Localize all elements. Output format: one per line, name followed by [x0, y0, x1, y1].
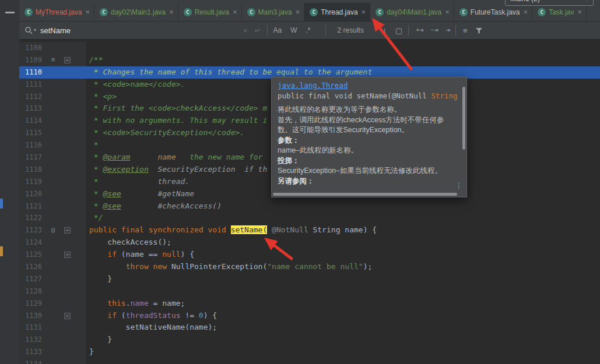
code-line-1124[interactable]: 1124 checkAccess();: [0, 236, 600, 249]
quick-doc-popup[interactable]: java.lang.Thread public final void setNa…: [271, 77, 467, 197]
line-number[interactable]: 1117: [19, 151, 46, 164]
run-config-selector[interactable]: Main1 (2) ▾: [505, 0, 594, 6]
fold-marker[interactable]: −: [60, 54, 86, 66]
tab-close-icon[interactable]: ×: [445, 8, 450, 16]
code-text[interactable]: */: [86, 212, 600, 224]
code-line-1134[interactable]: 1134: [0, 358, 600, 364]
code-text[interactable]: * @see #checkAccess(): [86, 200, 600, 213]
search-icon[interactable]: [24, 26, 33, 34]
line-number[interactable]: 1130: [19, 310, 46, 322]
tab-close-icon[interactable]: ×: [578, 8, 583, 16]
code-text[interactable]: checkAccess();: [86, 236, 600, 249]
newline-icon[interactable]: ↵: [255, 27, 261, 34]
tab-close-icon[interactable]: ×: [524, 8, 528, 16]
clear-search-icon[interactable]: ×: [243, 27, 248, 34]
code-text[interactable]: }: [86, 273, 600, 285]
line-number[interactable]: 1113: [19, 103, 46, 115]
line-number[interactable]: 1131: [19, 321, 46, 334]
tab-close-icon[interactable]: ×: [233, 8, 237, 16]
code-line-1108[interactable]: 1108: [0, 42, 600, 54]
code-line-1123[interactable]: 1123@−public final synchronized void set…: [0, 224, 600, 236]
line-number[interactable]: 1121: [19, 200, 46, 213]
popup-vertical-scrollbar[interactable]: [462, 87, 465, 150]
doc-class-link[interactable]: java.lang.Thread: [278, 81, 461, 90]
code-line-1133[interactable]: 1133}: [0, 346, 600, 358]
code-text[interactable]: if (name == null) {: [86, 249, 600, 261]
tab-close-icon[interactable]: ×: [85, 8, 90, 16]
line-number[interactable]: 1126: [19, 261, 46, 273]
code-line-1121[interactable]: 1121 * @see #checkAccess(): [0, 200, 600, 213]
remove-occurrence-icon[interactable]: −⇥: [430, 27, 437, 33]
code-line-1126[interactable]: 1126 throw new NullPointerException("nam…: [0, 261, 600, 273]
line-number[interactable]: 1123: [19, 224, 46, 236]
line-number[interactable]: 1128: [19, 285, 46, 298]
line-number[interactable]: 1133: [19, 346, 46, 358]
line-number[interactable]: 1125: [19, 249, 46, 261]
tab-result-java[interactable]: CResult.java×: [178, 3, 242, 21]
line-number[interactable]: 1120: [19, 188, 46, 200]
line-number[interactable]: 1115: [19, 127, 46, 139]
sort-icon[interactable]: ≡: [463, 27, 468, 34]
line-number[interactable]: 1112: [19, 91, 46, 103]
tab-close-icon[interactable]: ×: [362, 8, 366, 16]
code-line-1129[interactable]: 1129 this.name = name;: [0, 298, 600, 310]
code-text[interactable]: [86, 42, 600, 54]
code-text[interactable]: throw new NullPointerException("name can…: [86, 261, 600, 273]
code-line-1127[interactable]: 1127 }: [0, 273, 600, 285]
code-line-1109[interactable]: 1109≡−/**: [0, 54, 600, 66]
tab-day04-main1-java[interactable]: Cday04\Main1.java×: [370, 3, 454, 21]
code-line-1130[interactable]: 1130− if (threadStatus != 0) {: [0, 310, 600, 322]
fold-marker[interactable]: −: [60, 224, 86, 236]
line-number[interactable]: 1122: [19, 212, 46, 224]
gutter-at-icon[interactable]: @: [46, 224, 60, 236]
code-text[interactable]: public final synchronized void setName( …: [86, 224, 600, 236]
line-number[interactable]: 1124: [19, 236, 46, 249]
menu-icon[interactable]: [5, 12, 15, 13]
popup-horizontal-scrollbar[interactable]: [273, 193, 457, 196]
code-text[interactable]: /**: [86, 54, 600, 66]
regex-toggle[interactable]: .*: [306, 27, 311, 34]
code-line-1131[interactable]: 1131 setNativeName(name);: [0, 321, 600, 334]
line-number[interactable]: 1108: [19, 42, 46, 54]
gutter-lines-icon[interactable]: ≡: [46, 54, 60, 66]
code-line-1128[interactable]: 1128: [0, 285, 600, 298]
line-number[interactable]: 1127: [19, 273, 46, 285]
select-all-occurrences-icon[interactable]: ⇥: [445, 27, 450, 33]
line-number[interactable]: 1134: [19, 358, 46, 364]
search-input[interactable]: [40, 26, 243, 35]
code-text[interactable]: setNativeName(name);: [86, 321, 600, 334]
fold-minus-icon[interactable]: −: [64, 252, 71, 258]
popup-menu-icon[interactable]: ⋮: [455, 181, 462, 189]
code-text[interactable]: this.name = name;: [86, 298, 600, 310]
filter-icon[interactable]: [475, 27, 483, 34]
line-number[interactable]: 1119: [19, 176, 46, 188]
code-line-1132[interactable]: 1132 }: [0, 334, 600, 346]
code-text[interactable]: }: [86, 334, 600, 346]
tab-main3-java[interactable]: CMain3.java×: [242, 3, 305, 21]
search-history-chevron-icon[interactable]: ▾: [34, 28, 36, 33]
tab-day02-main1-java[interactable]: Cday02\Main1.java×: [94, 3, 178, 21]
words-toggle[interactable]: W: [290, 27, 297, 34]
line-number[interactable]: 1110: [19, 66, 46, 79]
match-case-toggle[interactable]: Aa: [273, 27, 282, 34]
fold-minus-icon[interactable]: −: [64, 227, 71, 234]
line-number[interactable]: 1114: [19, 115, 46, 127]
tab-close-icon[interactable]: ×: [296, 8, 300, 16]
tab-close-icon[interactable]: ×: [169, 8, 174, 16]
code-line-1125[interactable]: 1125− if (name == null) {: [0, 249, 600, 261]
fold-minus-icon[interactable]: −: [64, 313, 71, 319]
line-number[interactable]: 1109: [19, 54, 46, 66]
code-text[interactable]: [86, 285, 600, 298]
code-text[interactable]: if (threadStatus != 0) {: [86, 310, 600, 322]
line-number[interactable]: 1118: [19, 164, 46, 176]
fold-marker[interactable]: −: [60, 310, 86, 322]
add-occurrence-icon[interactable]: +⇥: [416, 27, 423, 33]
tab-mythread-java[interactable]: CMyThread.java×: [19, 3, 94, 21]
next-occurrence-icon[interactable]: ↓: [383, 26, 387, 34]
fold-marker[interactable]: −: [60, 249, 86, 261]
line-number[interactable]: 1132: [19, 334, 46, 346]
line-number[interactable]: 1116: [19, 139, 46, 151]
open-in-find-window-icon[interactable]: ▢: [395, 27, 402, 34]
fold-minus-icon[interactable]: −: [64, 57, 71, 63]
code-text[interactable]: }: [86, 346, 600, 358]
